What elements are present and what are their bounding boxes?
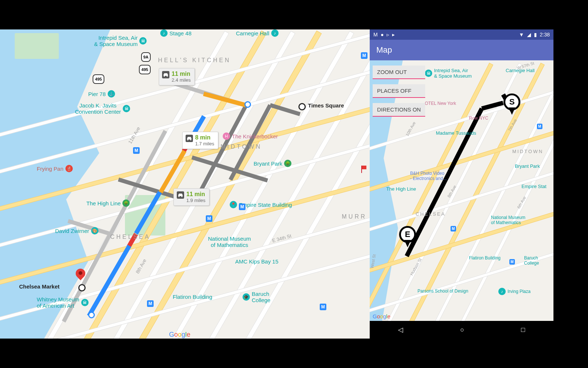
r-poi-row[interactable]: Row NYC [469, 116, 488, 121]
pin-tail-icon [509, 107, 515, 115]
svg-point-1 [166, 75, 168, 77]
svg-point-2 [187, 139, 188, 140]
r-poi-natmath[interactable]: National Museum of Mathematics [491, 215, 525, 225]
poi-stage48[interactable]: ♪Stage 48 [160, 29, 191, 37]
gmail-icon: M [373, 32, 378, 38]
route-end-dot [88, 312, 95, 318]
poi-whitney[interactable]: Whitney Museum of American Art🏛 [37, 296, 89, 309]
route-c-dist: 1.9 miles [186, 198, 205, 203]
app-title: Map [376, 45, 392, 55]
poi-highline[interactable]: The High Line🌳 [86, 199, 130, 207]
poi-amc[interactable]: AMC Kips Bay 15 [235, 258, 279, 265]
route-b-label[interactable]: 8 min 1.7 miles [182, 132, 218, 149]
r-poi-intrepid[interactable]: 🏛Intrepid Sea, Air & Space Museum [425, 68, 472, 79]
district-midtown: MIDTOWN [220, 144, 262, 150]
android-nav-bar: ◁ ○ □ [370, 321, 553, 339]
stage: 11 min 2.4 miles 8 min 1.7 miles 11 min … [0, 29, 588, 339]
r-poi-baruch[interactable]: Baruch College [524, 255, 539, 266]
pin-icon: ♪ [271, 29, 279, 37]
hwy-shield: 9A [141, 52, 151, 62]
flag-icon [361, 166, 366, 173]
r-district-chelsea: CHELSEA [416, 211, 446, 217]
places-off-button[interactable]: PLACES OFF [373, 84, 425, 97]
r-district-midtown: MIDTOWN [512, 149, 543, 154]
hwy-shield: 495 [93, 74, 104, 84]
poi-flatiron[interactable]: Flatiron Building [173, 294, 212, 300]
clock: 2:38 [540, 32, 550, 38]
route-b-dist: 1.7 miles [195, 141, 214, 146]
toggle-button-list: ZOOM OUT PLACES OFF DIRECTIONS ON [373, 66, 425, 116]
start-pin[interactable]: S [503, 93, 520, 116]
route-c-label[interactable]: 11 min 1.9 miles [173, 188, 209, 206]
google-attribution: Google [169, 331, 190, 339]
metro-icon: M [451, 226, 456, 231]
pin-icon: ♪ [498, 288, 506, 295]
district-murray: MURR [342, 213, 367, 220]
r-poi-irving[interactable]: ♪Irving Plaza [498, 288, 531, 295]
pin-icon: ⚓ [108, 90, 115, 98]
wifi-icon: ▼ [519, 32, 524, 38]
metro-icon: M [239, 204, 245, 210]
home-icon[interactable]: ○ [460, 326, 464, 334]
r-poi-bryant[interactable]: Bryant Park [515, 163, 540, 169]
r-poi-tussauds[interactable]: Madame Tussauds [436, 130, 476, 136]
left-google-map[interactable]: 11 min 2.4 miles 8 min 1.7 miles 11 min … [0, 29, 370, 339]
poi-bryant[interactable]: Bryant Park🌳 [254, 160, 291, 167]
poi-intrepid[interactable]: Intrepid Sea, Air & Space Museum🏛 [94, 35, 147, 47]
poi-baruch[interactable]: 🎓Baruch College [243, 291, 270, 303]
r-poi-empire[interactable]: Empire Stat [521, 184, 546, 189]
r-poi-bh[interactable]: B&H Photo Video - Electronics and... [410, 171, 447, 181]
metro-icon: M [206, 215, 212, 222]
poi-javits[interactable]: Jacob K. Javits Convention Center🏛 [75, 102, 130, 115]
play-icon: ▸ [392, 32, 395, 38]
origin-label: Times Square [308, 102, 344, 109]
play-icon: ▹ [387, 32, 389, 38]
pin-tail-icon [404, 240, 411, 247]
r-poi-flatiron[interactable]: Flatiron Building [469, 255, 501, 261]
dest-label: Chelsea Market [19, 283, 60, 290]
status-icons-left: M ● ▹ ▸ [373, 32, 395, 38]
poi-pier78[interactable]: Pier 78⚓ [88, 90, 115, 98]
r-poi-otel[interactable]: OTEL New York [425, 101, 456, 106]
origin-ring [298, 103, 306, 110]
metro-icon: M [509, 259, 515, 265]
hotel-icon: H [223, 132, 230, 140]
hwy-shield: 495 [139, 65, 151, 74]
status-icons-right: ▼ ◢ ▮ 2:38 [519, 32, 550, 38]
car-icon [186, 135, 193, 142]
road-hudson: Hudson St [409, 258, 423, 276]
route-a-time: 11 min [172, 71, 191, 77]
district-hk: HELL'S KITCHEN [158, 57, 231, 64]
poi-natmath[interactable]: National Museum of Mathematics [208, 236, 251, 248]
pin-icon: 🏛 [81, 299, 89, 306]
metro-icon: M [320, 304, 326, 310]
signal-icon: ◢ [527, 32, 531, 38]
poi-carnegie[interactable]: Carnegie Hall♪ [236, 29, 279, 37]
route-c-time: 11 min [186, 191, 205, 198]
recents-icon[interactable]: □ [521, 326, 525, 334]
end-pin[interactable]: E [399, 226, 416, 248]
poi-fryingpan[interactable]: Frying Pan🍴 [37, 165, 73, 172]
directions-on-button[interactable]: DIRECTIONS ON [373, 103, 425, 116]
car-icon [177, 191, 184, 199]
back-icon[interactable]: ◁ [398, 326, 403, 334]
route-b-time: 8 min [195, 134, 214, 141]
r-poi-highline[interactable]: The High Line [386, 186, 416, 192]
poi-knick[interactable]: HThe Knickerbocker [223, 132, 278, 140]
poi-zwirner[interactable]: David Zwirner🎨 [55, 227, 98, 234]
museum-icon: 🏛 [139, 37, 147, 45]
route-a-label[interactable]: 11 min 2.4 miles [159, 68, 195, 85]
pin-icon: ♪ [160, 29, 168, 37]
metro-icon: M [537, 124, 542, 129]
svg-point-4 [178, 196, 179, 197]
car-icon [162, 71, 169, 78]
status-bar: M ● ▹ ▸ ▼ ◢ ▮ 2:38 [370, 29, 553, 40]
r-poi-parsons[interactable]: Parsons School of Design [417, 289, 468, 294]
google-attribution: Google [373, 313, 390, 319]
park-icon: 🌳 [122, 199, 130, 207]
pin-icon: 📍 [230, 201, 237, 208]
park [15, 33, 59, 59]
svg-point-5 [181, 196, 182, 197]
zoom-out-button[interactable]: ZOOM OUT [373, 66, 425, 78]
pin-icon: 🏛 [123, 105, 130, 112]
